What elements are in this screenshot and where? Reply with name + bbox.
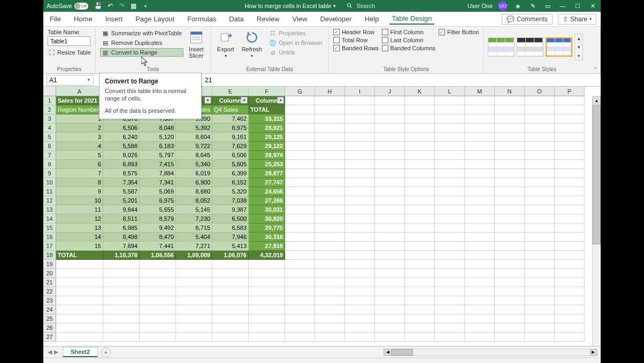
empty-cell[interactable] [495, 251, 525, 260]
empty-cell[interactable] [555, 333, 585, 342]
tab-view[interactable]: View [290, 14, 309, 24]
empty-cell[interactable] [345, 223, 375, 233]
table-cell[interactable]: 7,629 [212, 142, 249, 151]
empty-cell[interactable] [375, 233, 405, 242]
empty-cell[interactable] [495, 314, 525, 323]
save-icon[interactable]: 💾 [95, 2, 102, 10]
empty-cell[interactable] [555, 278, 585, 287]
empty-cell[interactable] [315, 105, 345, 114]
empty-cell[interactable] [212, 333, 249, 342]
total-c[interactable]: 1,06,556 [140, 251, 176, 260]
col-header-E[interactable]: E [212, 87, 249, 96]
empty-cell[interactable] [555, 123, 585, 133]
col-header-J[interactable]: J [375, 87, 405, 96]
row-header-1[interactable]: 1 [43, 96, 56, 105]
empty-cell[interactable] [555, 105, 585, 114]
empty-cell[interactable] [212, 296, 249, 305]
empty-cell[interactable] [435, 323, 465, 333]
empty-cell[interactable] [345, 296, 375, 305]
empty-cell[interactable] [465, 223, 495, 233]
empty-cell[interactable] [465, 114, 495, 123]
empty-cell[interactable] [140, 278, 176, 287]
table-cell[interactable]: 8,052 [176, 196, 212, 205]
table-cell-total[interactable]: 30,031 [249, 205, 285, 214]
empty-cell[interactable] [555, 114, 585, 123]
empty-cell[interactable] [465, 333, 495, 342]
empty-cell[interactable] [525, 242, 555, 251]
col-header-G[interactable]: G [285, 87, 315, 96]
empty-cell[interactable] [525, 169, 555, 178]
empty-cell[interactable] [375, 114, 405, 123]
empty-cell[interactable] [405, 151, 435, 160]
comments-button[interactable]: 💬Comments [502, 14, 553, 25]
empty-cell[interactable] [525, 142, 555, 151]
empty-cell[interactable] [465, 296, 495, 305]
table-cell[interactable]: 8,645 [176, 151, 212, 160]
empty-cell[interactable] [140, 287, 176, 296]
table-cell[interactable]: 6,500 [212, 214, 249, 223]
table-cell[interactable]: 6,019 [176, 169, 212, 178]
total-d[interactable]: 1,09,009 [176, 251, 212, 260]
tab-developer[interactable]: Developer [318, 14, 354, 24]
empty-cell[interactable] [465, 233, 495, 242]
empty-cell[interactable] [435, 242, 465, 251]
empty-cell[interactable] [405, 305, 435, 314]
empty-cell[interactable] [285, 333, 315, 342]
empty-cell[interactable] [525, 114, 555, 123]
empty-cell[interactable] [315, 278, 345, 287]
empty-cell[interactable] [525, 105, 555, 114]
empty-cell[interactable] [140, 314, 176, 323]
empty-cell[interactable] [103, 333, 140, 342]
empty-cell[interactable] [405, 223, 435, 233]
tab-page-layout[interactable]: Page Layout [133, 14, 177, 24]
empty-cell[interactable] [315, 314, 345, 323]
empty-cell[interactable] [345, 114, 375, 123]
row-header-23[interactable]: 23 [43, 296, 56, 305]
table-cell[interactable]: 2 [56, 123, 103, 133]
empty-cell[interactable] [555, 242, 585, 251]
empty-cell[interactable] [555, 305, 585, 314]
empty-cell[interactable] [495, 160, 525, 169]
empty-cell[interactable] [315, 251, 345, 260]
row-header-4[interactable]: 4 [43, 123, 56, 133]
empty-cell[interactable] [285, 233, 315, 242]
empty-cell[interactable] [435, 142, 465, 151]
convert-to-range-button[interactable]: ▥Convert to Range [100, 48, 183, 57]
empty-cell[interactable] [465, 305, 495, 314]
gallery-down-icon[interactable]: ▼ [575, 43, 582, 51]
empty-cell[interactable] [285, 242, 315, 251]
table-cell[interactable]: 5,201 [103, 196, 140, 205]
table-cell-total[interactable]: 27,266 [249, 196, 285, 205]
empty-cell[interactable] [56, 296, 103, 305]
empty-cell[interactable] [495, 333, 525, 342]
empty-cell[interactable] [375, 160, 405, 169]
empty-cell[interactable] [435, 287, 465, 296]
empty-cell[interactable] [249, 260, 285, 269]
table-cell[interactable]: 6,183 [140, 142, 176, 151]
empty-cell[interactable] [285, 196, 315, 205]
insert-slicer-button[interactable]: Insert Slicer [187, 29, 206, 60]
empty-cell[interactable] [405, 314, 435, 323]
empty-cell[interactable] [249, 296, 285, 305]
table-cell[interactable]: 7,230 [176, 214, 212, 223]
empty-cell[interactable] [465, 160, 495, 169]
empty-cell[interactable] [315, 269, 345, 278]
table-cell[interactable]: 5,588 [103, 142, 140, 151]
empty-cell[interactable] [249, 269, 285, 278]
empty-cell[interactable] [315, 187, 345, 196]
empty-cell[interactable] [103, 260, 140, 269]
gallery-more-icon[interactable]: ▾ [575, 51, 582, 60]
diamond-icon[interactable]: ◈ [513, 1, 523, 11]
empty-cell[interactable] [435, 123, 465, 133]
add-sheet-button[interactable]: + [101, 347, 111, 357]
empty-cell[interactable] [525, 223, 555, 233]
empty-cell[interactable] [435, 223, 465, 233]
empty-cell[interactable] [345, 323, 375, 333]
empty-cell[interactable] [212, 260, 249, 269]
empty-cell[interactable] [285, 296, 315, 305]
empty-cell[interactable] [435, 296, 465, 305]
table-cell[interactable]: 6,152 [212, 178, 249, 187]
empty-cell[interactable] [495, 269, 525, 278]
empty-cell[interactable] [56, 305, 103, 314]
empty-cell[interactable] [495, 151, 525, 160]
